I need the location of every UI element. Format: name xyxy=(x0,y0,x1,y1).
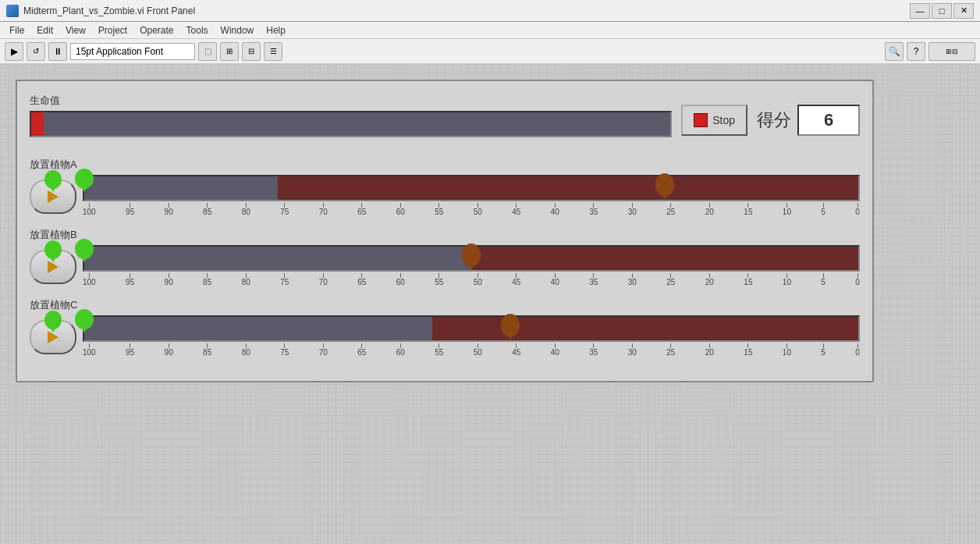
plant-marker-2[interactable] xyxy=(75,309,94,335)
scale-tick: 35 xyxy=(589,203,598,216)
life-section: 生命值 xyxy=(30,94,672,137)
plant-button-1[interactable] xyxy=(30,250,76,284)
score-value: 6 xyxy=(797,105,860,136)
life-bar-track xyxy=(30,111,672,137)
slider-track-wrapper-1: 1009590858075706560555045403530252015105… xyxy=(83,245,860,289)
scale-tick: 50 xyxy=(474,273,482,286)
scale-tick: 5 xyxy=(821,273,826,286)
scale-tick: 20 xyxy=(705,273,714,286)
scale-tick: 80 xyxy=(242,343,250,357)
menu-item-view[interactable]: View xyxy=(59,23,92,37)
slider-row-1: 放置植物B 1009590858075706560555045403530252… xyxy=(30,228,860,289)
toolbar: ▶ ↺ ⏸ 15pt Application Font ⬚ ⊞ ⊟ ☰ 🔍 ? … xyxy=(0,39,980,64)
scale-tick: 85 xyxy=(203,343,211,357)
stop-button[interactable]: Stop xyxy=(681,105,747,136)
slider-row-0: 放置植物A 1009590858075706560555045403530252… xyxy=(30,158,860,219)
run-continuously-button[interactable]: ↺ xyxy=(27,42,45,61)
scale-tick: 95 xyxy=(126,273,134,286)
scale-tick: 50 xyxy=(474,343,482,357)
slider-track-wrapper-2: 1009590858075706560555045403530252015105… xyxy=(83,315,860,359)
scale-tick: 30 xyxy=(628,343,637,357)
zoom-button[interactable]: 🔍 xyxy=(885,42,904,61)
reorder-button[interactable]: ☰ xyxy=(264,42,282,61)
slider-fill-0 xyxy=(278,176,858,200)
window-title: Midterm_Plant_vs_Zombie.vi Front Panel xyxy=(23,5,195,16)
main-content: 生命值 Stop 得分 6 放置植物A xyxy=(0,64,980,544)
scale-tick: 65 xyxy=(357,273,366,286)
title-bar-controls[interactable]: — □ ✕ xyxy=(910,3,974,19)
scale-tick: 60 xyxy=(396,273,405,286)
menu-bar: FileEditViewProjectOperateToolsWindowHel… xyxy=(0,22,980,39)
front-panel: 生命值 Stop 得分 6 放置植物A xyxy=(16,80,874,382)
menu-item-edit[interactable]: Edit xyxy=(30,23,59,37)
resize-button[interactable]: ⊟ xyxy=(242,42,261,61)
slider-label-1: 放置植物B xyxy=(30,228,860,242)
font-selector[interactable]: 15pt Application Font xyxy=(70,43,195,60)
scale-tick: 10 xyxy=(783,273,791,286)
align-button[interactable]: ⬚ xyxy=(198,42,217,61)
scale-tick: 0 xyxy=(855,203,860,216)
zombie-marker-1[interactable] xyxy=(462,244,481,272)
scale-tick: 90 xyxy=(165,203,173,216)
scale-tick: 15 xyxy=(744,343,752,357)
scale-tick: 40 xyxy=(551,273,559,286)
menu-item-window[interactable]: Window xyxy=(215,23,261,37)
scale-tick: 45 xyxy=(512,343,520,357)
slider-label-0: 放置植物A xyxy=(30,158,860,172)
plant-button-0[interactable] xyxy=(30,180,76,214)
scale-tick: 20 xyxy=(705,343,714,357)
scale-tick: 95 xyxy=(126,343,134,357)
slider-track-0[interactable] xyxy=(83,175,860,201)
slider-track-1[interactable] xyxy=(83,245,860,272)
menu-item-help[interactable]: Help xyxy=(260,23,292,37)
life-label: 生命值 xyxy=(30,94,672,108)
scale-tick: 10 xyxy=(783,203,791,216)
score-label: 得分 xyxy=(757,108,791,132)
slider-content-0: 1009590858075706560555045403530252015105… xyxy=(30,175,860,219)
scale-tick: 5 xyxy=(821,203,826,216)
scale-tick: 35 xyxy=(589,273,598,286)
plant-marker-0[interactable] xyxy=(75,169,94,194)
slider-track-wrapper-0: 1009590858075706560555045403530252015105… xyxy=(83,175,860,219)
scale-tick: 55 xyxy=(435,273,443,286)
close-button[interactable]: ✕ xyxy=(953,3,974,19)
minimize-button[interactable]: — xyxy=(910,3,930,19)
scale-tick: 65 xyxy=(357,343,366,357)
toolbar-right: 🔍 ? ⊞⊟ xyxy=(885,42,975,61)
plant-marker-1[interactable] xyxy=(75,239,94,265)
scale-tick: 85 xyxy=(203,203,211,216)
scale-tick: 30 xyxy=(628,203,637,216)
scale-tick: 25 xyxy=(666,343,675,357)
slider-rows: 放置植物A 1009590858075706560555045403530252… xyxy=(30,158,860,359)
zombie-marker-0[interactable] xyxy=(655,173,674,202)
slider-content-2: 1009590858075706560555045403530252015105… xyxy=(30,315,860,359)
scale-tick: 15 xyxy=(744,203,752,216)
scale-tick: 45 xyxy=(512,273,520,286)
scale-tick: 75 xyxy=(280,203,289,216)
plant-button-2[interactable] xyxy=(30,320,76,354)
menu-item-operate[interactable]: Operate xyxy=(133,23,179,37)
scale-tick: 70 xyxy=(319,203,328,216)
title-bar-left: Midterm_Plant_vs_Zombie.vi Front Panel xyxy=(6,5,195,17)
slider-label-2: 放置植物C xyxy=(30,298,860,312)
scale-tick: 75 xyxy=(280,273,289,286)
menu-item-project[interactable]: Project xyxy=(92,23,133,37)
extra-panel[interactable]: ⊞⊟ xyxy=(929,42,975,61)
zombie-marker-2[interactable] xyxy=(501,314,520,343)
menu-item-file[interactable]: File xyxy=(3,23,30,37)
scale-tick: 25 xyxy=(666,203,675,216)
title-bar: Midterm_Plant_vs_Zombie.vi Front Panel —… xyxy=(0,0,980,22)
scale-tick: 100 xyxy=(83,273,96,286)
slider-track-2[interactable] xyxy=(83,315,860,342)
run-button[interactable]: ▶ xyxy=(5,42,23,61)
menu-item-tools[interactable]: Tools xyxy=(180,23,215,37)
scale-tick: 40 xyxy=(551,203,559,216)
scale-tick: 70 xyxy=(319,343,328,357)
pause-button[interactable]: ⏸ xyxy=(48,42,67,61)
help-button[interactable]: ? xyxy=(907,42,925,61)
maximize-button[interactable]: □ xyxy=(932,3,952,19)
distribute-button[interactable]: ⊞ xyxy=(220,42,239,61)
scale-tick: 50 xyxy=(474,203,482,216)
scale-tick: 100 xyxy=(83,203,96,216)
scale-tick: 60 xyxy=(396,343,405,357)
